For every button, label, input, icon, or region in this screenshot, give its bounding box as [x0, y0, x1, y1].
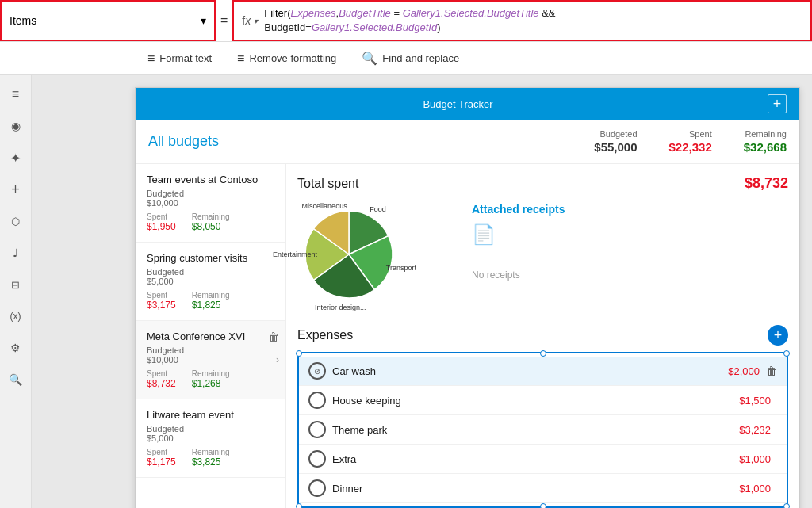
- spent-stat: Spent $22,332: [669, 129, 712, 154]
- sidebar: ≡ ◉ ✦ + ⬡ ♩ ⊟ (x) ⚙ 🔍: [0, 75, 32, 508]
- expense-name: Theme park: [332, 424, 739, 436]
- expense-icon: ⊘: [308, 362, 326, 380]
- sidebar-icon-settings[interactable]: ⚙: [2, 335, 30, 361]
- all-budgets-title: All budgets: [148, 133, 562, 150]
- chevron-right-icon: ›: [276, 354, 279, 365]
- expenses-header: Expenses +: [297, 325, 788, 346]
- expense-delete-icon[interactable]: 🗑: [766, 365, 777, 377]
- app-container: Budget Tracker + All budgets Budgeted $5…: [135, 87, 800, 508]
- budgeted-stat: Budgeted $55,000: [594, 129, 637, 154]
- sidebar-icon-data[interactable]: ⬡: [2, 208, 30, 234]
- chevron-down-icon: ▾: [201, 14, 206, 27]
- equals-sign: =: [216, 0, 232, 41]
- expense-icon: [308, 392, 326, 409]
- receipts-area: Attached receipts 📄 No receipts: [472, 203, 788, 314]
- formula-bar[interactable]: fx ▾ Filter(Expenses,BudgetTitle = Galle…: [232, 0, 812, 41]
- expense-name: Dinner: [332, 483, 739, 495]
- pie-chart-svg: [297, 203, 400, 306]
- selection-handle-br: [783, 503, 790, 508]
- right-panel: Total spent $8,732 FoodTransportInterior…: [286, 164, 799, 508]
- expense-amount: $2,000: [728, 365, 760, 377]
- sidebar-icon-layers[interactable]: ◉: [2, 113, 30, 139]
- sidebar-icon-variables[interactable]: (x): [2, 304, 30, 329]
- remaining-stat: Remaining $32,668: [744, 129, 787, 154]
- expenses-list: ⊘ Car wash $2,000 🗑 House keeping $1,500…: [297, 352, 788, 508]
- toolbar: ≡ Format text ≡ Remove formatting 🔍 Find…: [0, 42, 812, 75]
- selection-handle-tr: [783, 350, 790, 357]
- sidebar-icon-media[interactable]: ♩: [2, 240, 30, 265]
- app-header: Budget Tracker +: [136, 88, 799, 120]
- expense-name: Extra: [332, 453, 739, 465]
- budget-summary: All budgets Budgeted $55,000 Spent $22,3…: [136, 120, 799, 164]
- budget-title: Litware team event: [147, 409, 274, 421]
- sidebar-icon-components[interactable]: ⊟: [2, 272, 30, 297]
- budget-title: Spring customer visits: [147, 252, 274, 264]
- selection-handle-tl: [296, 350, 302, 357]
- content-area: Budget Tracker + All budgets Budgeted $5…: [32, 75, 812, 508]
- budget-item-3[interactable]: Litware team event Budgeted$5,000 Spent …: [136, 399, 285, 478]
- receipt-icon: 📄: [472, 223, 788, 246]
- selection-handle-tm: [540, 350, 546, 357]
- app-add-button[interactable]: +: [768, 94, 787, 113]
- app-title: Budget Tracker: [148, 98, 768, 110]
- budget-title: Team events at Contoso: [147, 174, 274, 185]
- format-text-button[interactable]: ≡ Format text: [135, 42, 224, 74]
- expense-amount: $1,500: [739, 395, 771, 407]
- totals-row: Total spent $8,732: [297, 175, 788, 192]
- main-content: Team events at Contoso Budgeted$10,000 S…: [136, 164, 799, 508]
- main-layout: ≡ ◉ ✦ + ⬡ ♩ ⊟ (x) ⚙ 🔍 Budget Tracker + A…: [0, 75, 812, 508]
- expense-icon: [308, 450, 326, 468]
- remove-formatting-button[interactable]: ≡ Remove formatting: [224, 42, 349, 74]
- expense-name: Car wash: [332, 365, 728, 377]
- expense-icon: [308, 479, 326, 497]
- items-dropdown[interactable]: Items ▾: [0, 0, 216, 41]
- expense-name: House keeping: [332, 395, 739, 407]
- formula-text: Filter(Expenses,BudgetTitle = Gallery1.S…: [264, 6, 555, 35]
- remove-formatting-icon: ≡: [237, 52, 244, 66]
- budget-list: Team events at Contoso Budgeted$10,000 S…: [136, 164, 286, 508]
- expense-item-0[interactable]: ⊘ Car wash $2,000 🗑: [299, 357, 787, 386]
- expenses-add-button[interactable]: +: [768, 325, 788, 346]
- format-text-icon: ≡: [147, 52, 155, 66]
- fx-chevron: ▾: [254, 17, 258, 25]
- items-label: Items: [10, 14, 36, 27]
- expense-icon: [308, 421, 326, 438]
- delete-icon[interactable]: 🗑: [268, 330, 279, 343]
- expense-item-3[interactable]: Extra $1,000: [299, 445, 787, 474]
- expense-amount: $3,232: [739, 424, 771, 436]
- expense-amount: $1,000: [739, 453, 771, 465]
- pie-chart: FoodTransportInterior design...Entertain…: [297, 203, 456, 314]
- fx-label: fx ▾: [242, 14, 258, 27]
- chart-area: FoodTransportInterior design...Entertain…: [297, 203, 788, 314]
- expense-item-2[interactable]: Theme park $3,232: [299, 415, 787, 445]
- sidebar-icon-insert[interactable]: ✦: [2, 145, 30, 170]
- sidebar-icon-menu[interactable]: ≡: [2, 82, 30, 107]
- selection-handle-bl: [296, 503, 302, 508]
- budget-item-2[interactable]: Meta Conference XVI Budgeted$10,000 Spen…: [136, 321, 285, 399]
- selection-handle-bm: [540, 503, 546, 508]
- expense-amount: $1,000: [739, 483, 771, 495]
- budget-item-1[interactable]: Spring customer visits Budgeted$5,000 Sp…: [136, 243, 285, 321]
- expense-item-4[interactable]: Dinner $1,000: [299, 474, 787, 503]
- expense-item-1[interactable]: House keeping $1,500: [299, 386, 787, 415]
- find-replace-button[interactable]: 🔍 Find and replace: [349, 42, 472, 74]
- find-replace-icon: 🔍: [362, 51, 377, 66]
- sidebar-icon-add[interactable]: +: [2, 177, 30, 202]
- budget-title: Meta Conference XVI: [147, 330, 274, 342]
- top-bar: Items ▾ = fx ▾ Filter(Expenses,BudgetTit…: [0, 0, 812, 42]
- sidebar-icon-search[interactable]: 🔍: [2, 367, 30, 392]
- budget-item-0[interactable]: Team events at Contoso Budgeted$10,000 S…: [136, 164, 285, 243]
